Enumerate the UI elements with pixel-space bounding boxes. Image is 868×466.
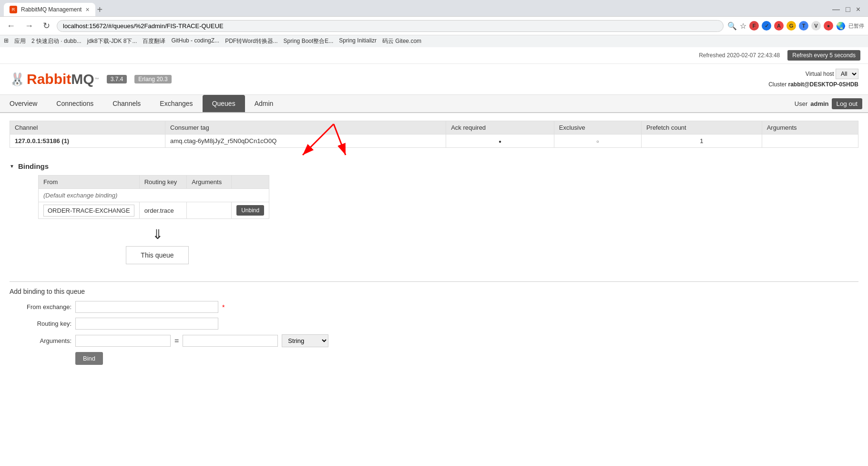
- bindings-table: From Routing key Arguments (Default exch…: [38, 175, 269, 219]
- logo-area: 🐰 Rabbit MQ ™ 3.7.4 Erlang 20.3: [10, 71, 172, 87]
- address-input[interactable]: [57, 20, 724, 32]
- bookmark-9[interactable]: 码云 Gitee.com: [382, 37, 421, 45]
- nav-queues[interactable]: Queues: [203, 95, 245, 112]
- binding-action-cell: Unbind: [232, 202, 269, 219]
- bindings-section: ▼ Bindings From Routing key Arguments: [10, 157, 858, 272]
- adblock-icon[interactable]: A: [774, 21, 784, 31]
- tab-bar: R RabbitMQ Management × + — □ ×: [0, 0, 868, 16]
- bookmark-6[interactable]: PDF转Word转换器...: [225, 37, 277, 45]
- bookmark-5[interactable]: GitHub - codingZ...: [171, 37, 219, 45]
- col-prefetch: Prefetch count: [641, 121, 762, 135]
- bookmark-2[interactable]: 2 快速启动 · dubb...: [31, 37, 82, 45]
- arguments-value-input[interactable]: [183, 335, 278, 347]
- routing-key-input[interactable]: [75, 318, 218, 330]
- col-consumer-tag: Consumer tag: [165, 121, 446, 135]
- nav-channels[interactable]: Channels: [103, 95, 150, 112]
- binding-arguments-cell: [187, 202, 232, 219]
- bookmark-7[interactable]: Spring Boot整合E...: [284, 37, 334, 45]
- unbind-button[interactable]: Unbind: [236, 205, 264, 216]
- feedly-icon[interactable]: F: [749, 21, 759, 31]
- tab-favicon: R: [10, 6, 17, 13]
- translate-icon[interactable]: T: [799, 21, 808, 31]
- cell-prefetch: 1: [641, 135, 762, 148]
- cluster-label: Cluster: [768, 81, 786, 88]
- bookmark-star-icon[interactable]: ☆: [740, 21, 746, 31]
- bookmark-8[interactable]: Spring Initializr: [339, 37, 377, 45]
- arguments-label: Arguments:: [10, 337, 71, 344]
- bind-btn-row: Bind: [75, 352, 858, 365]
- back-button[interactable]: ←: [4, 20, 18, 32]
- bindings-col-action: [232, 176, 269, 189]
- user-info: User admin Log out: [789, 95, 868, 112]
- nav-exchanges[interactable]: Exchanges: [150, 95, 202, 112]
- down-arrow-symbol: ⇓: [38, 227, 276, 242]
- from-exchange-label: From exchange:: [10, 303, 71, 311]
- virtual-host-select[interactable]: All: [836, 69, 858, 79]
- bindings-header[interactable]: ▼ Bindings: [10, 157, 858, 175]
- bookmark-1[interactable]: 应用: [14, 37, 26, 45]
- ack-dot: ●: [499, 139, 501, 144]
- this-queue-box[interactable]: This queue: [126, 246, 188, 264]
- navigation-bar: Overview Connections Channels Exchanges …: [0, 95, 868, 113]
- bindings-col-arguments: Arguments: [187, 176, 232, 189]
- ext-icon-3[interactable]: 🌏: [836, 21, 846, 31]
- user-value: admin: [810, 100, 828, 107]
- routing-key-label: Routing key:: [10, 320, 71, 327]
- vivaldi-icon[interactable]: V: [811, 21, 821, 31]
- maximize-button[interactable]: □: [846, 5, 850, 14]
- cell-ack-required: ●: [446, 135, 554, 148]
- arguments-row: Arguments: = String int double float boo…: [10, 334, 858, 347]
- binding-row: ORDER-TRACE-EXCHANGE order.trace Unbind: [39, 202, 269, 219]
- bookmark-3[interactable]: jdk8下载-JDK 8下...: [87, 37, 137, 45]
- cluster-row: Cluster rabbit@DESKTOP-0SHDB: [768, 81, 858, 88]
- table-row: 127.0.0.1:53186 (1) amq.ctag-6yM8jJyZ_r5…: [10, 135, 858, 148]
- virtual-host-label: Virtual host: [806, 71, 834, 77]
- add-binding-section: Add binding to this queue From exchange:…: [10, 281, 858, 365]
- refresh-button[interactable]: Refresh every 5 seconds: [787, 50, 860, 61]
- check-icon[interactable]: ✓: [762, 21, 771, 31]
- minimize-button[interactable]: —: [832, 5, 840, 14]
- browser-action-icons: 🔍 ☆ F ✓ A G T V ● 🌏 已暂停: [727, 21, 864, 31]
- cell-arguments: [762, 135, 858, 148]
- address-bar: ← → ↻ 🔍 ☆ F ✓ A G T V ● 🌏 已暂停: [0, 16, 868, 35]
- col-ack-required: Ack required: [446, 121, 554, 135]
- col-channel: Channel: [10, 121, 165, 135]
- arguments-key-input[interactable]: [75, 335, 171, 347]
- cell-consumer-tag: amq.ctag-6yM8jJyZ_r5N0qDCn1cO0Q: [165, 135, 446, 148]
- reload-button[interactable]: ↻: [40, 20, 53, 32]
- bind-button[interactable]: Bind: [75, 352, 103, 365]
- required-star: *: [222, 303, 225, 311]
- bookmark-apps: ⊞: [4, 37, 9, 45]
- collapse-triangle-icon: ▼: [10, 164, 14, 169]
- logout-button[interactable]: Log out: [832, 98, 862, 109]
- ext-icon-2[interactable]: ●: [824, 21, 833, 31]
- search-icon[interactable]: 🔍: [727, 21, 737, 31]
- this-queue-container: This queue: [38, 246, 276, 264]
- already-paused-label: 已暂停: [848, 22, 864, 30]
- version-badge: 3.7.4: [107, 75, 127, 83]
- bindings-table-wrap: From Routing key Arguments (Default exch…: [24, 175, 858, 272]
- virtual-host-row: Virtual host All: [768, 69, 858, 79]
- exchange-name: ORDER-TRACE-EXCHANGE: [43, 205, 134, 217]
- bookmark-4[interactable]: 百度翻译: [143, 37, 165, 45]
- nav-connections[interactable]: Connections: [47, 95, 103, 112]
- col-exclusive: Exclusive: [554, 121, 641, 135]
- close-button[interactable]: ×: [856, 5, 860, 14]
- from-exchange-input[interactable]: [75, 301, 218, 313]
- nav-admin[interactable]: Admin: [245, 95, 283, 112]
- user-label: User: [795, 100, 807, 107]
- arguments-type-select[interactable]: String int double float boolean byte sho…: [282, 334, 328, 347]
- binding-from-cell: ORDER-TRACE-EXCHANGE: [39, 202, 140, 219]
- forward-button[interactable]: →: [22, 20, 36, 32]
- active-tab[interactable]: R RabbitMQ Management ×: [4, 3, 95, 16]
- from-exchange-row: From exchange: *: [10, 301, 858, 313]
- ext-icon-1[interactable]: G: [786, 21, 796, 31]
- nav-overview[interactable]: Overview: [0, 95, 47, 112]
- logo: 🐰 Rabbit MQ ™: [10, 71, 99, 87]
- tab-title: RabbitMQ Management: [21, 6, 82, 13]
- cell-channel: 127.0.0.1:53186 (1): [10, 135, 165, 148]
- new-tab-button[interactable]: +: [97, 4, 103, 15]
- routing-key-row: Routing key:: [10, 318, 858, 330]
- bookmarks-bar: ⊞ 应用 2 快速启动 · dubb... jdk8下载-JDK 8下... 百…: [0, 35, 868, 47]
- tab-close-button[interactable]: ×: [85, 6, 89, 13]
